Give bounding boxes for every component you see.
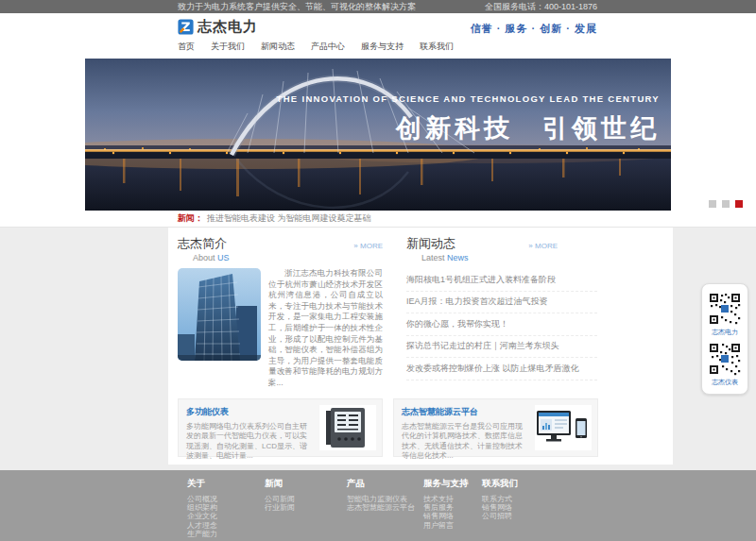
news-subtitle: Latest News <box>421 253 469 262</box>
footer-link[interactable]: 智能电力监测仪表 <box>347 495 423 503</box>
bridge-illustration: THE INNOVATION OF SCIENCE AND TECHNOLOGY… <box>85 59 671 211</box>
footer-link[interactable]: 技术支持 <box>423 495 482 503</box>
about-body-text: 浙江志杰电力科技有限公司位于杭州市萧山经济技术开发区杭州湾信息港，公司自成立以来… <box>268 268 383 389</box>
news-ticker: 新闻： 推进智能电表建设 为智能电网建设奠定基础 <box>0 211 756 228</box>
banner-dot-active[interactable] <box>735 200 743 208</box>
banner-pagination <box>709 200 743 208</box>
nav-item-about[interactable]: 关于我们 <box>211 41 245 53</box>
product-desc: 多功能网络电力仪表系列公司自主研发的最新一代智能电力仪表，可以实现遥测、自动化测… <box>186 422 314 462</box>
cloud-platform-product-image <box>535 405 592 450</box>
news-section: 新闻动态 Latest News » MORE 海阳核电1号机组正式进入装料准备… <box>406 235 597 389</box>
footer-columns: 关于 公司概况 组织架构 企业文化 人才理念 生产能力 新闻 公司新闻 行业新闻… <box>187 478 756 539</box>
footer-link[interactable]: 用户留言 <box>423 521 482 530</box>
about-subtitle-gray: About <box>193 253 215 262</box>
footer-link[interactable]: 售后服务 <box>423 503 482 512</box>
hero-banner: THE INNOVATION OF SCIENCE AND TECHNOLOGY… <box>0 59 756 211</box>
product-card-meter[interactable]: 多功能仪表 多功能网络电力仪表系列公司自主研发的最新一代智能电力仪表，可以实现遥… <box>178 398 383 457</box>
topbar-slogan: 致力于为电力系统客户提供安全、节能、可视化的整体解决方案 <box>178 0 416 13</box>
footer-col-products: 产品 智能电力监测仪表 志杰智慧能源云平台 <box>347 478 423 539</box>
monitor-devices-illustration <box>535 405 592 450</box>
qr-item-wechat-meter: 志杰仪表 <box>702 341 747 387</box>
footer-link[interactable]: 公司招聘 <box>482 512 518 520</box>
topbar: 致力于为电力系统客户提供安全、节能、可视化的整体解决方案 全国服务电话：400-… <box>0 0 756 13</box>
about-more-link[interactable]: » MORE <box>353 242 383 250</box>
building-illustration <box>178 268 261 361</box>
banner-image-bridge-night: THE INNOVATION OF SCIENCE AND TECHNOLOGY… <box>85 59 671 211</box>
news-list-item[interactable]: IEA月报：电力投资首次超过油气投资 <box>406 292 597 314</box>
news-list-item[interactable]: 海阳核电1号机组正式进入装料准备阶段 <box>406 269 597 292</box>
footer-col-support: 服务与支持 技术支持 售后服务 销售网络 用户留言 <box>423 478 482 539</box>
power-meter-illustration <box>319 405 376 450</box>
service-phone: 全国服务电话：400-101-1876 <box>485 0 597 13</box>
news-list-item[interactable]: 你的微心愿，我帮你实现！ <box>406 313 597 336</box>
main-section: 志杰简介 About US » MORE <box>0 228 756 470</box>
footer-link[interactable]: 组织架构 <box>187 503 265 512</box>
nav-item-home[interactable]: 首页 <box>178 41 195 53</box>
qr-label: 志杰电力 <box>702 328 747 337</box>
qr-code <box>707 341 743 377</box>
company-building-photo <box>178 268 261 361</box>
footer-link[interactable]: 销售网络 <box>423 512 482 520</box>
banner-dot[interactable] <box>709 200 716 208</box>
news-list-item[interactable]: 发改委或将控制煤价上涨 以防止煤电矛盾激化 <box>406 358 597 380</box>
ticker-headline[interactable]: 推进智能电表建设 为智能电网建设奠定基础 <box>207 211 371 227</box>
header-slogan: 信誉 · 服务 · 创新 · 发展 <box>471 22 597 36</box>
footer-col-title: 关于 <box>187 478 265 490</box>
news-subtitle-blue: News <box>447 253 469 262</box>
footer-col-title: 联系我们 <box>482 478 518 490</box>
about-title: 志杰简介 <box>178 235 230 252</box>
meter-product-image <box>319 405 376 450</box>
footer-link[interactable]: 公司概况 <box>187 495 265 503</box>
logo-icon <box>178 19 194 35</box>
footer-col-news: 新闻 公司新闻 行业新闻 <box>265 478 347 539</box>
banner-dot[interactable] <box>722 200 730 208</box>
product-card-cloud-platform[interactable]: 志杰智慧能源云平台 志杰智慧能源云平台是我公司应用现代化的计算机网络技术、数据库… <box>393 398 598 457</box>
nav-item-contact[interactable]: 联系我们 <box>420 41 454 53</box>
news-more-link[interactable]: » MORE <box>528 242 558 250</box>
footer-link[interactable]: 志杰智慧能源云平台 <box>347 503 423 512</box>
footer-col-title: 新闻 <box>265 478 347 490</box>
footer-link[interactable]: 公司新闻 <box>265 495 347 503</box>
footer-col-title: 服务与支持 <box>423 478 482 490</box>
nav-item-support[interactable]: 服务与支持 <box>361 41 404 53</box>
product-desc: 志杰智慧能源云平台是我公司应用现代化的计算机网络技术、数据库信息技术、无线通信技… <box>402 422 529 462</box>
news-list-item[interactable]: 探访总书记走过的村庄｜河南兰考东坝头 <box>406 336 597 359</box>
banner-title: 创新科技 引领世纪 <box>395 114 660 143</box>
footer-link[interactable]: 销售网络 <box>482 503 518 512</box>
news-title: 新闻动态 <box>406 235 469 252</box>
footer-link[interactable]: 企业文化 <box>187 512 265 520</box>
main-nav: 首页 关于我们 新闻动态 产品中心 服务与支持 联系我们 <box>178 41 597 53</box>
nav-item-news[interactable]: 新闻动态 <box>261 41 295 53</box>
footer-link[interactable]: 联系方式 <box>482 495 518 503</box>
footer-col-title: 产品 <box>347 478 423 490</box>
ticker-label: 新闻： <box>178 211 203 227</box>
news-list: 海阳核电1号机组正式进入装料准备阶段 IEA月报：电力投资首次超过油气投资 你的… <box>406 269 597 380</box>
content-card: 志杰简介 About US » MORE <box>168 228 673 465</box>
footer-link[interactable]: 生产能力 <box>187 530 265 538</box>
banner-subtitle: THE INNOVATION OF SCIENCE AND TECHNOLOGY… <box>277 93 660 104</box>
about-subtitle-blue: US <box>217 253 230 262</box>
qr-label: 志杰仪表 <box>702 378 747 387</box>
news-subtitle-gray: Latest <box>421 253 445 262</box>
footer-col-contact: 联系我们 联系方式 销售网络 公司招聘 <box>482 478 518 539</box>
about-section: 志杰简介 About US » MORE <box>178 235 383 389</box>
qr-floating-widget: 志杰电力 志杰仪表 <box>701 283 748 395</box>
brand-name: 志杰电力 <box>198 18 258 36</box>
footer: 关于 公司概况 组织架构 企业文化 人才理念 生产能力 新闻 公司新闻 行业新闻… <box>0 470 756 541</box>
nav-item-products[interactable]: 产品中心 <box>311 41 345 53</box>
about-subtitle: About US <box>193 253 230 262</box>
qr-code <box>707 291 743 327</box>
qr-item-wechat-power: 志杰电力 <box>702 291 747 337</box>
footer-link[interactable]: 人才理念 <box>187 521 265 530</box>
footer-col-about: 关于 公司概况 组织架构 企业文化 人才理念 生产能力 <box>187 478 265 539</box>
header: 志杰电力 信誉 · 服务 · 创新 · 发展 首页 关于我们 新闻动态 产品中心… <box>0 13 756 59</box>
page: { "topbar": { "slogan": "致力于为电力系统客户提供安全、… <box>0 0 756 541</box>
footer-link[interactable]: 行业新闻 <box>265 503 347 512</box>
